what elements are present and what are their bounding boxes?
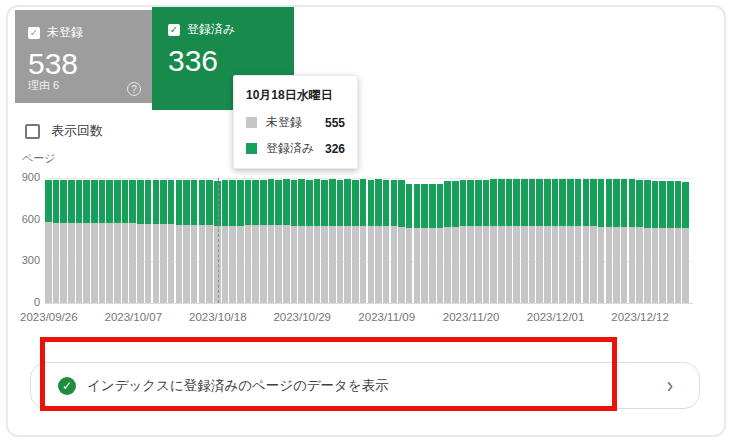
bar-segment[interactable]	[406, 184, 413, 228]
bar-segment[interactable]	[575, 179, 582, 226]
bar-segment[interactable]	[452, 181, 459, 227]
bar-segment[interactable]	[506, 226, 513, 303]
bar-segment[interactable]	[590, 226, 597, 303]
bar-segment[interactable]	[444, 181, 451, 227]
bar-segment[interactable]	[306, 180, 313, 226]
bar-segment[interactable]	[222, 180, 229, 225]
bar-segment[interactable]	[536, 226, 543, 303]
bar-segment[interactable]	[321, 226, 328, 303]
bar-segment[interactable]	[91, 180, 98, 223]
bar-segment[interactable]	[183, 225, 190, 303]
bar-segment[interactable]	[667, 181, 674, 228]
bar-segment[interactable]	[521, 226, 528, 303]
bar-segment[interactable]	[675, 181, 682, 228]
bar-segment[interactable]	[145, 180, 152, 224]
bar-segment[interactable]	[398, 180, 405, 227]
bar-segment[interactable]	[667, 228, 674, 303]
bar-segment[interactable]	[368, 226, 375, 303]
bar-segment[interactable]	[91, 223, 98, 303]
bar-segment[interactable]	[191, 180, 198, 225]
bar-segment[interactable]	[437, 184, 444, 228]
bar-segment[interactable]	[114, 223, 121, 303]
bar-segment[interactable]	[644, 228, 651, 303]
bar-segment[interactable]	[114, 180, 121, 223]
bar-segment[interactable]	[99, 180, 106, 223]
bar-segment[interactable]	[229, 180, 236, 225]
bar-segment[interactable]	[513, 226, 520, 303]
bar-segment[interactable]	[329, 226, 336, 303]
bar-segment[interactable]	[329, 179, 336, 225]
bar-segment[interactable]	[45, 180, 52, 223]
bar-segment[interactable]	[260, 225, 267, 303]
bar-segment[interactable]	[375, 226, 382, 303]
bar-segment[interactable]	[314, 179, 321, 225]
bar-segment[interactable]	[636, 227, 643, 303]
bar-segment[interactable]	[529, 179, 536, 226]
bar-segment[interactable]	[682, 182, 689, 229]
bar-segment[interactable]	[352, 180, 359, 227]
bar-segment[interactable]	[344, 179, 351, 226]
bar-segment[interactable]	[183, 180, 190, 225]
bar-segment[interactable]	[337, 180, 344, 226]
bar-segment[interactable]	[268, 179, 275, 225]
bar-segment[interactable]	[475, 180, 482, 226]
bar-segment[interactable]	[391, 226, 398, 303]
bar-segment[interactable]	[291, 180, 298, 226]
bar-segment[interactable]	[122, 223, 129, 303]
bar-segment[interactable]	[191, 225, 198, 303]
bar-segment[interactable]	[283, 225, 290, 303]
bar-segment[interactable]	[452, 227, 459, 303]
bar-segment[interactable]	[153, 180, 160, 224]
bar-segment[interactable]	[176, 180, 183, 224]
bar-segment[interactable]	[575, 226, 582, 303]
bar-segment[interactable]	[245, 225, 252, 303]
bar-segment[interactable]	[644, 180, 651, 227]
bar-segment[interactable]	[552, 179, 559, 226]
bar-segment[interactable]	[306, 226, 313, 303]
bar-segment[interactable]	[68, 180, 75, 223]
bar-segment[interactable]	[360, 179, 367, 226]
bar-segment[interactable]	[83, 223, 90, 303]
bar-segment[interactable]	[268, 225, 275, 303]
bar-segment[interactable]	[559, 226, 566, 303]
bar-segment[interactable]	[606, 227, 613, 303]
bar-segment[interactable]	[45, 222, 52, 303]
bar-segment[interactable]	[145, 224, 152, 303]
bar-segment[interactable]	[613, 227, 620, 303]
bar-segment[interactable]	[460, 226, 467, 303]
indexed-checkbox[interactable]: ✓	[168, 24, 180, 36]
bar-segment[interactable]	[83, 180, 90, 223]
impressions-checkbox[interactable]	[25, 124, 40, 139]
bar-segment[interactable]	[598, 227, 605, 303]
bar-segment[interactable]	[68, 223, 75, 303]
bar-segment[interactable]	[567, 179, 574, 226]
impressions-toggle[interactable]: 表示回数	[25, 122, 103, 140]
bar-segment[interactable]	[483, 226, 490, 303]
bar-segment[interactable]	[237, 226, 244, 304]
bar-segment[interactable]	[544, 179, 551, 226]
bar-segment[interactable]	[383, 226, 390, 303]
bar-segment[interactable]	[168, 224, 175, 303]
bar-segment[interactable]	[252, 180, 259, 226]
bar-segment[interactable]	[429, 228, 436, 303]
bar-segment[interactable]	[544, 226, 551, 303]
bar-segment[interactable]	[583, 226, 590, 303]
bar-segment[interactable]	[621, 227, 628, 303]
bar-segment[interactable]	[291, 226, 298, 304]
bar-segment[interactable]	[129, 223, 136, 303]
bar-segment[interactable]	[298, 226, 305, 304]
bar-segment[interactable]	[375, 179, 382, 226]
bar-segment[interactable]	[137, 224, 144, 303]
bar-segment[interactable]	[252, 225, 259, 303]
bar-segment[interactable]	[199, 180, 206, 225]
bar-segment[interactable]	[636, 180, 643, 228]
bar-segment[interactable]	[559, 179, 566, 226]
bar-segment[interactable]	[60, 223, 67, 303]
bar-segment[interactable]	[237, 180, 244, 226]
bar-segment[interactable]	[567, 226, 574, 303]
bar-segment[interactable]	[199, 225, 206, 303]
bar-segment[interactable]	[106, 223, 113, 303]
bar-segment[interactable]	[460, 180, 467, 226]
bar-segment[interactable]	[682, 228, 689, 303]
bar-segment[interactable]	[513, 179, 520, 226]
